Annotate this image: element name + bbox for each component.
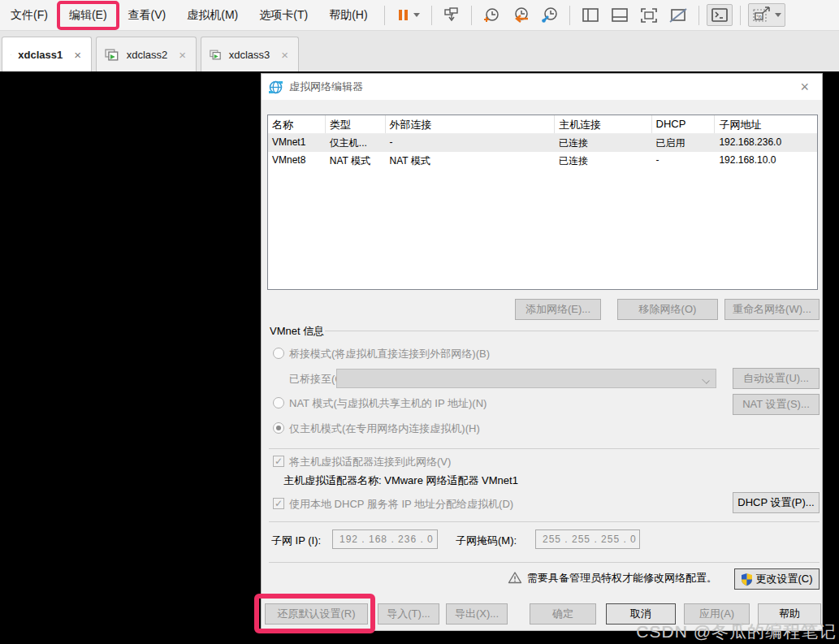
add-network-button[interactable]: 添加网络(E)...	[515, 299, 601, 320]
cell[interactable]: VMnet8	[268, 152, 326, 170]
show-thumbnail-bar-icon[interactable]	[607, 4, 633, 26]
snapshot-manager-icon[interactable]	[537, 4, 562, 27]
col-host: 主机连接	[555, 115, 652, 133]
chevron-down-icon	[775, 13, 781, 17]
bridged-to-select[interactable]	[336, 369, 716, 388]
bridged-mode-label: 桥接模式(将虚拟机直接连接到外部网络)(B)	[289, 347, 490, 361]
col-name: 名称	[268, 115, 326, 133]
toolbar-separator	[431, 6, 432, 25]
warning-icon	[508, 571, 522, 584]
cell[interactable]: 仅主机...	[326, 134, 386, 152]
dhcp-checkbox-label: 使用本地 DHCP 服务将 IP 地址分配给虚拟机(D)	[289, 497, 513, 512]
cell[interactable]: -	[652, 152, 716, 170]
dhcp-checkbox[interactable]: ✓	[273, 498, 284, 509]
host-only-radio[interactable]	[273, 422, 284, 434]
vm-icon	[11, 49, 11, 61]
subnet-ip-label: 子网 IP (I):	[271, 534, 321, 548]
subnet-mask-field[interactable]: 255 . 255 . 255 . 0	[535, 529, 640, 549]
import-button[interactable]: 导入(T)...	[378, 603, 439, 625]
vm-icon	[210, 49, 223, 61]
restore-defaults-button[interactable]: 还原默认设置(R)	[265, 603, 368, 625]
toolbar-separator	[384, 6, 385, 25]
export-button[interactable]: 导出(X)...	[446, 603, 508, 625]
menu-view[interactable]: 查看(V)	[118, 3, 177, 28]
subnet-mask-label: 子网掩码(M):	[456, 534, 517, 548]
cell[interactable]: -	[386, 134, 555, 152]
close-icon[interactable]: ×	[175, 49, 189, 61]
ok-button[interactable]: 确定	[530, 603, 596, 625]
close-icon[interactable]: ×	[71, 49, 84, 61]
vm-icon	[105, 49, 120, 61]
nat-mode-label: NAT 模式(与虚拟机共享主机的 IP 地址)(N)	[289, 396, 487, 411]
send-ctrl-alt-del-icon[interactable]	[439, 4, 464, 26]
tab-xdclass3[interactable]: xdclass3 ×	[201, 37, 299, 71]
dialog-title: 虚拟网络编辑器	[289, 80, 363, 94]
tab-xdclass2[interactable]: xdclass2 ×	[96, 37, 197, 71]
table-row-vmnet1[interactable]: VMnet1 仅主机... - 已连接 已启用 192.168.236.0	[268, 134, 817, 152]
col-subnet: 子网地址	[715, 115, 817, 133]
cell[interactable]: 已连接	[555, 134, 652, 152]
pause-icon	[396, 8, 410, 22]
bridged-mode-radio[interactable]	[273, 348, 284, 359]
change-settings-button[interactable]: 更改设置(C)	[734, 568, 820, 590]
tab-label: xdclass1	[18, 49, 63, 61]
dialog-title-bar: 虚拟网络编辑器 ×	[262, 74, 822, 100]
subnet-ip-field[interactable]: 192 . 168 . 236 . 0	[332, 529, 438, 549]
cell[interactable]: VMnet1	[268, 134, 326, 152]
group-line	[325, 331, 819, 331]
menu-vm[interactable]: 虚拟机(M)	[176, 3, 249, 28]
change-settings-label: 更改设置(C)	[755, 569, 812, 589]
close-icon[interactable]: ×	[278, 49, 292, 61]
remove-network-button[interactable]: 移除网络(O)	[617, 299, 718, 320]
nat-settings-button[interactable]: NAT 设置(S)...	[733, 394, 820, 415]
toolbar-separator	[569, 6, 570, 25]
cell[interactable]: NAT 模式	[326, 152, 386, 170]
vmnet-info-group-label: VMnet 信息	[270, 324, 324, 339]
table-row-vmnet8[interactable]: VMnet8 NAT 模式 NAT 模式 已连接 - 192.168.10.0	[268, 152, 817, 170]
nat-mode-radio[interactable]	[273, 397, 284, 408]
admin-warning-text: 需要具备管理员特权才能修改网络配置。	[527, 571, 717, 586]
uac-shield-icon	[741, 573, 753, 586]
chevron-down-icon	[413, 13, 420, 17]
network-globe-icon	[269, 80, 283, 94]
toolbar-separator	[471, 6, 472, 25]
tab-xdclass1[interactable]: xdclass1 ×	[2, 37, 92, 71]
show-library-icon[interactable]	[577, 4, 603, 26]
col-dhcp: DHCP	[652, 115, 716, 133]
adapter-name-text: 主机虚拟适配器名称: VMware 网络适配器 VMnet1	[283, 473, 518, 488]
menu-help[interactable]: 帮助(H)	[318, 3, 378, 28]
toolbar-separator	[698, 6, 699, 25]
host-only-label: 仅主机模式(在专用网络内连接虚拟机)(H)	[289, 421, 480, 436]
connect-adapter-checkbox[interactable]: ✓	[273, 456, 284, 467]
cell[interactable]: 192.168.236.0	[715, 134, 817, 152]
tab-label: xdclass2	[127, 49, 168, 61]
separator	[269, 448, 820, 449]
menu-file[interactable]: 文件(F)	[0, 3, 58, 28]
pause-icon[interactable]	[392, 5, 424, 25]
cell[interactable]: 192.168.10.0	[715, 152, 817, 170]
virtual-network-editor-dialog: 虚拟网络编辑器 × 名称 类型 外部连接 主机连接 DHCP 子网地址 VMne…	[261, 73, 823, 631]
menu-edit[interactable]: 编辑(E)	[58, 3, 118, 28]
menu-tabs[interactable]: 选项卡(T)	[249, 3, 318, 28]
col-type: 类型	[326, 115, 386, 133]
csdn-watermark: CSDN @冬瓜的编程笔记	[636, 620, 837, 643]
take-snapshot-icon[interactable]	[479, 4, 504, 27]
close-icon[interactable]: ×	[795, 77, 814, 97]
fullscreen-icon[interactable]	[636, 4, 662, 27]
col-external: 外部连接	[386, 115, 555, 133]
console-view-icon[interactable]	[707, 4, 733, 26]
auto-settings-button[interactable]: 自动设置(U)...	[733, 368, 820, 389]
table-header-row: 名称 类型 外部连接 主机连接 DHCP 子网地址	[268, 115, 817, 134]
cell[interactable]: 已启用	[652, 134, 716, 152]
revert-snapshot-icon[interactable]	[508, 4, 534, 27]
network-table[interactable]: 名称 类型 外部连接 主机连接 DHCP 子网地址 VMnet1 仅主机... …	[267, 115, 818, 290]
vmware-workstation-window: 文件(F) 编辑(E) 查看(V) 虚拟机(M) 选项卡(T) 帮助(H)	[0, 0, 839, 644]
cell[interactable]: NAT 模式	[386, 152, 555, 170]
dhcp-settings-button[interactable]: DHCP 设置(P)...	[733, 492, 820, 513]
cell[interactable]: 已连接	[555, 152, 652, 170]
svg-text:%: %	[756, 14, 761, 19]
separator	[269, 562, 820, 563]
unity-mode-icon[interactable]	[665, 4, 691, 27]
rename-network-button[interactable]: 重命名网络(W)...	[724, 299, 820, 320]
zoom-fit-icon[interactable]: %	[748, 3, 785, 27]
